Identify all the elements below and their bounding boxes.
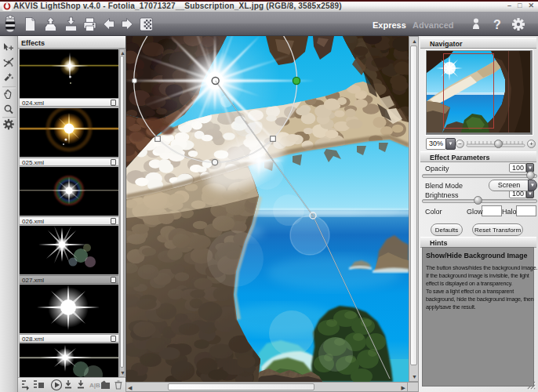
svg-text:A|B: A|B [89, 382, 100, 389]
svg-text:?: ? [493, 18, 501, 31]
